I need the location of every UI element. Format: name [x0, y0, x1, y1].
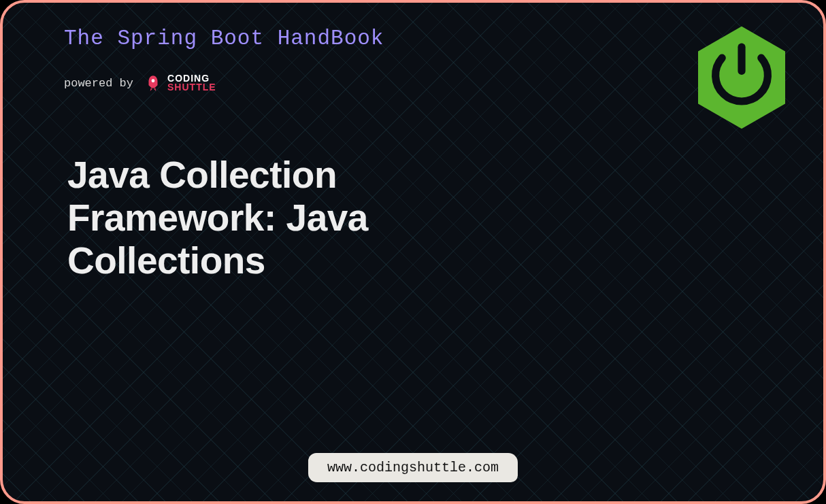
- rocket-icon: [144, 74, 162, 92]
- website-url-badge: www.codingshuttle.com: [308, 453, 518, 482]
- powered-by-row: powered by CODING SHUTTLE: [64, 74, 796, 93]
- brand-line2: SHUTTLE: [167, 83, 216, 92]
- article-title: Java Collection Framework: Java Collecti…: [67, 154, 503, 283]
- spring-boot-icon: [687, 23, 796, 132]
- powered-by-label: powered by: [64, 77, 133, 90]
- handbook-card: The Spring Boot HandBook powered by CODI…: [0, 0, 826, 504]
- brand-logo: CODING SHUTTLE: [144, 74, 216, 93]
- brand-text: CODING SHUTTLE: [167, 74, 216, 93]
- handbook-title: The Spring Boot HandBook: [64, 27, 796, 50]
- svg-point-0: [152, 80, 155, 83]
- svg-marker-1: [698, 27, 785, 129]
- website-url: www.codingshuttle.com: [327, 460, 499, 475]
